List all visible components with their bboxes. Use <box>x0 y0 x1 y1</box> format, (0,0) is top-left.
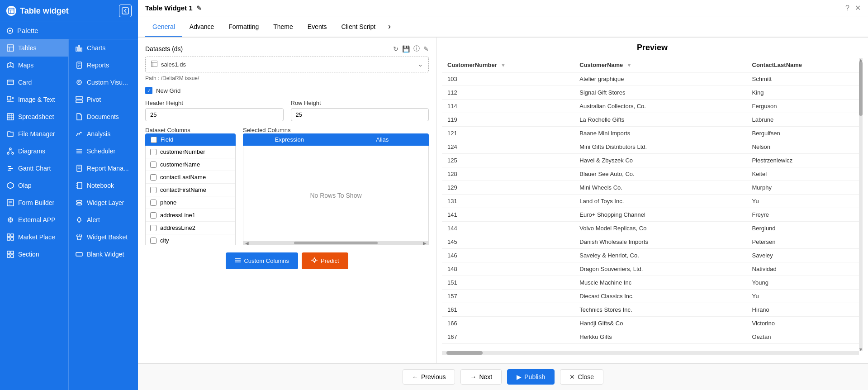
sidebar-item-section[interactable]: Section <box>0 246 68 263</box>
table-row: 161Technics Stores Inc.Hirano <box>442 303 863 317</box>
previous-label: Previous <box>421 373 446 380</box>
col-checkbox-customerName[interactable] <box>150 162 157 168</box>
sidebar-item-custom-visu[interactable]: Custom Visu... <box>69 74 138 91</box>
sidebar-item-charts[interactable]: Charts <box>69 39 138 57</box>
market-place-icon <box>6 233 14 241</box>
maps-icon <box>6 61 14 69</box>
new-grid-checkbox[interactable]: ✓ <box>145 87 152 94</box>
col-checkbox-contactFirstName[interactable] <box>150 187 157 193</box>
charts-icon <box>75 44 83 52</box>
preview-table-container: CustomerNumber ▼ CustomerName ▼ ContactL… <box>442 58 863 355</box>
scroll-up-icon[interactable]: ▲ <box>859 58 863 62</box>
sidebar-item-widget-basket[interactable]: Widget Basket <box>69 228 138 246</box>
col-checkbox-customerNumber[interactable] <box>150 149 157 155</box>
sidebar-item-pivot[interactable]: Pivot <box>69 91 138 108</box>
svg-rect-69 <box>76 252 82 256</box>
sidebar-item-report-mana[interactable]: Report Mana... <box>69 160 138 177</box>
sidebar-item-external-app[interactable]: External APP <box>0 211 68 228</box>
sidebar-item-tables[interactable]: Tables <box>0 39 68 57</box>
sidebar-item-analysis[interactable]: Analysis <box>69 125 138 143</box>
info-icon[interactable]: ⓘ <box>413 45 420 53</box>
table-row: 128Blauer See Auto, Co.Keitel <box>442 167 863 181</box>
cell-number: 121 <box>442 127 574 140</box>
card-label: Card <box>18 79 32 86</box>
widget-layer-icon <box>75 199 83 207</box>
cell-last: Oeztan <box>747 330 863 344</box>
col-scroll-left[interactable]: ◀ <box>245 241 249 246</box>
topbar-title: Table Widget 1 ✎ <box>145 4 202 12</box>
sidebar-item-file-manager[interactable]: File Manager <box>0 125 68 143</box>
sidebar-item-scheduler[interactable]: Scheduler <box>69 143 138 160</box>
col-checkbox-addressLine1[interactable] <box>150 212 157 219</box>
scroll-down-icon[interactable]: ▼ <box>859 347 863 351</box>
filter-icon-number[interactable]: ▼ <box>500 62 506 68</box>
tab-client-script[interactable]: Client Script <box>334 18 383 37</box>
row-height-input[interactable] <box>291 108 429 121</box>
publish-button[interactable]: ▶ Publish <box>507 369 555 385</box>
preview-tbody: 103Atelier graphiqueSchmitt112Signal Gif… <box>442 72 863 344</box>
cell-number: 145 <box>442 235 574 249</box>
tab-formatting[interactable]: Formatting <box>221 18 266 37</box>
notebook-label: Notebook <box>87 182 114 189</box>
cell-name: Atelier graphique <box>574 72 746 86</box>
sidebar-item-market-place[interactable]: Market Place <box>0 228 68 246</box>
analysis-label: Analysis <box>87 130 110 138</box>
cell-name: Danish Wholesale Imports <box>574 235 746 249</box>
tab-events[interactable]: Events <box>300 18 334 37</box>
sidebar-item-form-builder[interactable]: Form Builder <box>0 194 68 211</box>
dataset-action-icons: ↻ 💾 ⓘ ✎ <box>393 45 429 53</box>
sidebar-item-spreadsheet[interactable]: Spreadsheet <box>0 108 68 125</box>
next-button[interactable]: → Next <box>460 369 502 385</box>
new-grid-label: New Grid <box>156 87 180 94</box>
dataset-select[interactable]: sales1.ds ⌄ <box>145 57 429 72</box>
preview-scrollbar-v[interactable]: ▲ ▼ <box>859 58 863 351</box>
refresh-icon[interactable]: ↻ <box>393 45 398 52</box>
previous-icon: ← <box>412 373 418 380</box>
market-place-label: Market Place <box>18 233 55 241</box>
sidebar-item-maps[interactable]: Maps <box>0 57 68 74</box>
sidebar-item-olap[interactable]: Olap <box>0 177 68 194</box>
sidebar-item-gantt-chart[interactable]: Gantt Chart <box>0 160 68 177</box>
tab-theme[interactable]: Theme <box>266 18 300 37</box>
sidebar-item-widget-layer[interactable]: Widget Layer <box>69 194 138 211</box>
tab-general[interactable]: General <box>145 18 182 37</box>
predict-button[interactable]: Predict <box>302 252 348 269</box>
sidebar-item-documents[interactable]: Documents <box>69 108 138 125</box>
sidebar-item-blank-widget[interactable]: Blank Widget <box>69 246 138 263</box>
sidebar-item-image-text[interactable]: Image & Text <box>0 91 68 108</box>
column-item-customerName: customerName <box>146 158 235 171</box>
sidebar-item-card[interactable]: Card <box>0 74 68 91</box>
close-button[interactable]: ✕ Close <box>560 369 603 385</box>
header-height-input[interactable] <box>145 108 284 121</box>
height-row: Header Height Row Height <box>145 100 429 121</box>
col-checkbox-addressLine2[interactable] <box>150 225 157 231</box>
preview-scrollbar-h-thumb <box>446 351 483 355</box>
sidebar-item-notebook[interactable]: Notebook <box>69 177 138 194</box>
help-icon[interactable]: ? <box>845 4 849 12</box>
sidebar-item-diagrams[interactable]: Diagrams <box>0 143 68 160</box>
tab-more[interactable]: › <box>384 16 394 38</box>
close-icon[interactable]: ✕ <box>855 4 861 12</box>
tab-advance[interactable]: Advance <box>182 18 221 37</box>
sidebar-back-button[interactable] <box>119 5 132 17</box>
custom-columns-button[interactable]: Custom Columns <box>226 252 298 269</box>
previous-button[interactable]: ← Previous <box>403 369 455 385</box>
filter-icon-name[interactable]: ▼ <box>626 62 632 68</box>
col-scroll-right[interactable]: ▶ <box>423 241 427 246</box>
sidebar-item-alert[interactable]: Alert <box>69 211 138 228</box>
svg-rect-17 <box>7 114 14 120</box>
col-checkbox-contactLastName[interactable] <box>150 174 157 181</box>
svg-rect-6 <box>7 45 14 51</box>
col-checkbox-phone[interactable] <box>150 200 157 206</box>
select-all-checkbox[interactable] <box>151 137 157 143</box>
cell-name: Technics Stores Inc. <box>574 303 746 317</box>
sidebar-item-reports[interactable]: Reports <box>69 57 138 74</box>
edit-icon[interactable]: ✎ <box>196 5 202 12</box>
svg-rect-62 <box>77 182 82 189</box>
publish-icon: ▶ <box>517 373 522 380</box>
preview-scrollbar-h[interactable] <box>442 351 859 355</box>
edit-dataset-icon[interactable]: ✎ <box>423 45 429 52</box>
save-icon[interactable]: 💾 <box>402 45 410 52</box>
expression-header: Expression <box>243 133 336 146</box>
col-checkbox-city[interactable] <box>150 238 157 244</box>
